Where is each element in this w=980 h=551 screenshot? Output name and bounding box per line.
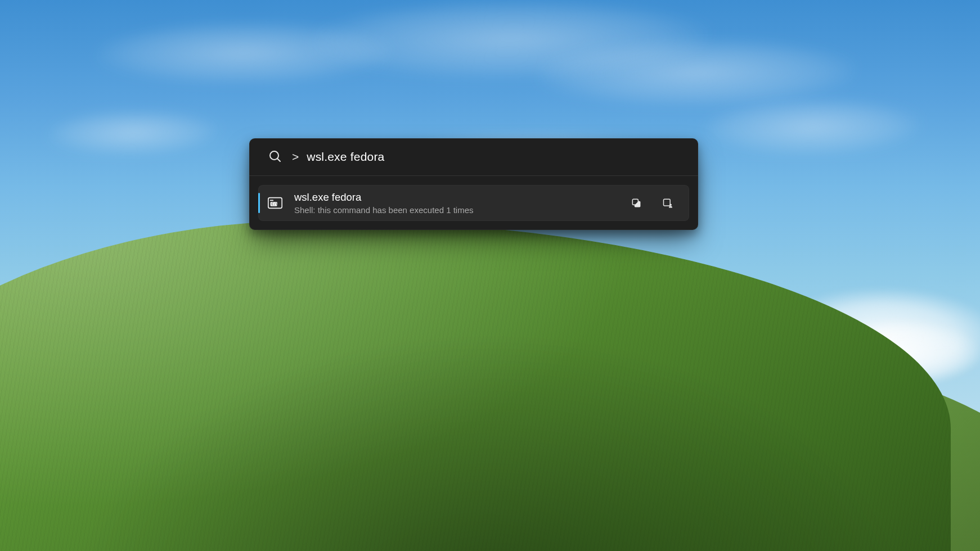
search-query-text: wsl.exe fedora (307, 151, 384, 162)
terminal-icon: C:\ (266, 194, 284, 212)
selection-accent (258, 193, 260, 213)
results-list: C:\ wsl.exe fedora Shell: this command h… (249, 176, 698, 230)
copy-icon (631, 197, 642, 209)
search-input[interactable]: > wsl.exe fedora (292, 151, 679, 162)
svg-rect-6 (664, 199, 671, 206)
search-prompt-symbol: > (292, 151, 299, 162)
svg-point-7 (669, 204, 672, 206)
desktop-wallpaper (0, 0, 980, 551)
result-subtitle: Shell: this command has been executed 1 … (294, 205, 618, 215)
result-title: wsl.exe fedora (294, 191, 618, 204)
search-icon (268, 150, 282, 163)
copy-button[interactable] (628, 195, 644, 211)
wallpaper-hills (0, 0, 980, 551)
svg-line-1 (277, 159, 280, 161)
search-row[interactable]: > wsl.exe fedora (249, 138, 698, 175)
result-item[interactable]: C:\ wsl.exe fedora Shell: this command h… (258, 185, 689, 221)
result-actions (628, 195, 679, 211)
run-as-admin-button[interactable] (660, 195, 676, 211)
wallpaper-hill-near (0, 220, 951, 551)
result-body: wsl.exe fedora Shell: this command has b… (294, 191, 618, 215)
run-as-admin-icon (662, 197, 673, 209)
svg-text:C:\: C:\ (271, 202, 277, 206)
command-palette: > wsl.exe fedora C:\ wsl.exe fedora Shel… (249, 138, 698, 230)
